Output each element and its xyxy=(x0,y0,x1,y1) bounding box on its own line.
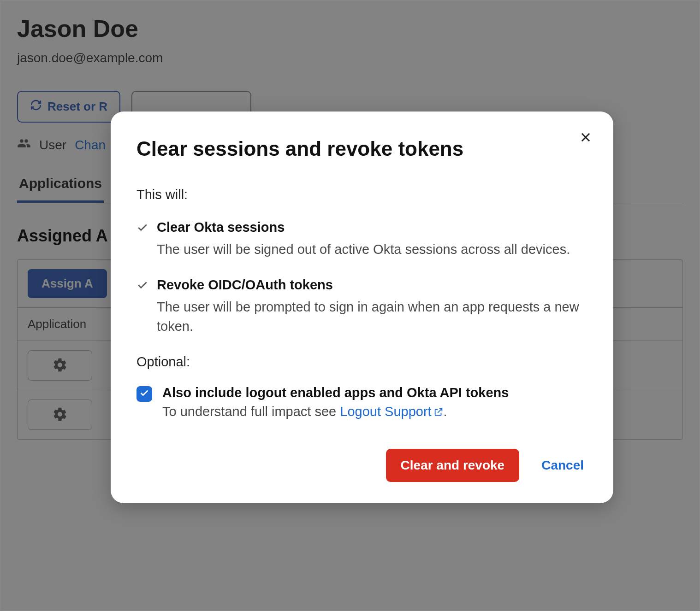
option-title: Also include logout enabled apps and Okt… xyxy=(162,385,509,400)
option-desc: To understand full impact see Logout Sup… xyxy=(162,404,509,420)
include-logout-checkbox[interactable] xyxy=(136,386,152,402)
checkmark-icon xyxy=(139,388,149,400)
check-icon xyxy=(136,279,148,336)
action-item-revoke-tokens: Revoke OIDC/OAuth tokens The user will b… xyxy=(136,277,587,336)
action-item-desc: The user will be prompted to sign in aga… xyxy=(157,297,587,336)
close-button[interactable] xyxy=(577,130,594,147)
close-icon xyxy=(579,131,592,146)
clear-sessions-modal: Clear sessions and revoke tokens This wi… xyxy=(111,112,613,503)
action-item-clear-sessions: Clear Okta sessions The user will be sig… xyxy=(136,220,587,259)
option-row: Also include logout enabled apps and Okt… xyxy=(136,385,587,420)
clear-and-revoke-button[interactable]: Clear and revoke xyxy=(386,449,520,482)
check-icon xyxy=(136,222,148,259)
action-item-title: Clear Okta sessions xyxy=(157,220,570,235)
modal-intro: This will: xyxy=(136,187,587,202)
action-item-title: Revoke OIDC/OAuth tokens xyxy=(157,277,587,293)
cancel-button[interactable]: Cancel xyxy=(541,458,587,473)
action-item-desc: The user will be signed out of active Ok… xyxy=(157,240,570,259)
external-link-icon xyxy=(433,405,444,420)
optional-label: Optional: xyxy=(136,354,587,370)
logout-support-link[interactable]: Logout Support xyxy=(340,404,443,419)
modal-title: Clear sessions and revoke tokens xyxy=(136,137,587,160)
